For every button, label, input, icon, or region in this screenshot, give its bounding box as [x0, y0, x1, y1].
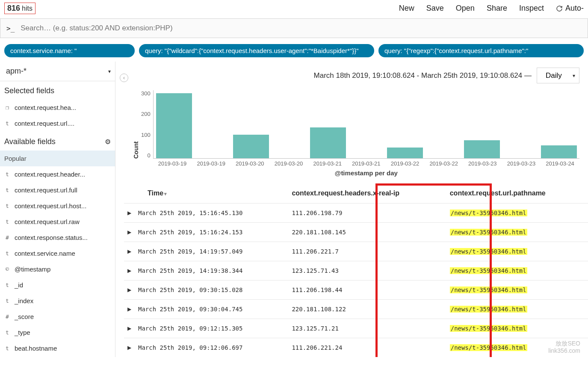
- cell-ip: 220.181.108.122: [288, 300, 446, 319]
- x-tick: 2019-03-19: [153, 160, 192, 167]
- y-tick: 300: [141, 90, 151, 97]
- col-time[interactable]: Time▾: [135, 183, 288, 204]
- available-field-item[interactable]: tcontext.service.name: [0, 245, 115, 261]
- cell-time: March 25th 2019, 09:12:06.697: [135, 338, 288, 357]
- available-field-item[interactable]: #_score: [0, 309, 115, 325]
- cell-time: March 25th 2019, 14:19:38.344: [135, 261, 288, 281]
- new-button[interactable]: New: [399, 4, 414, 13]
- cell-ip: 111.206.221.24: [288, 338, 446, 357]
- table-row: ▶ March 25th 2019, 09:30:04.745 220.181.…: [124, 300, 588, 319]
- field-type-icon: t: [4, 171, 10, 177]
- expand-row-button[interactable]: ▶: [124, 319, 135, 338]
- selected-field-item[interactable]: tcontext.request.url....: [0, 115, 115, 131]
- field-type-icon: ❐: [4, 104, 10, 111]
- index-pattern-select[interactable]: apm-* ▾: [0, 62, 115, 81]
- filter-pill-service[interactable]: context.service.name: ": [4, 44, 135, 57]
- interval-select[interactable]: Daily: [537, 68, 579, 83]
- expand-row-button[interactable]: ▶: [124, 261, 135, 281]
- field-name: context.request.hea...: [15, 104, 76, 111]
- histogram-bar[interactable]: [541, 145, 577, 158]
- expand-row-button[interactable]: ▶: [124, 338, 135, 357]
- cell-time: March 25th 2019, 09:12:15.305: [135, 319, 288, 338]
- field-name: _id: [15, 281, 23, 289]
- field-type-icon: t: [4, 250, 10, 257]
- cell-ip: 111.206.198.44: [288, 281, 446, 300]
- search-bar[interactable]: >_: [0, 18, 588, 38]
- available-field-item[interactable]: tbeat.hostname: [0, 340, 115, 356]
- cell-ip: 111.206.198.79: [288, 204, 446, 223]
- save-button[interactable]: Save: [426, 4, 444, 13]
- available-field-item[interactable]: #context.response.status...: [0, 230, 115, 245]
- gear-icon[interactable]: ⚙: [105, 138, 111, 146]
- available-field-item[interactable]: ©@timestamp: [0, 261, 115, 277]
- field-name: beat.hostname: [15, 345, 57, 352]
- field-type-icon: #: [4, 234, 10, 241]
- histogram-bar[interactable]: [310, 127, 346, 158]
- popular-label: Popular: [0, 151, 115, 166]
- field-name: context.service.name: [15, 250, 75, 257]
- selected-fields-title: Selected fields: [0, 80, 115, 100]
- prompt-icon: >_: [6, 24, 15, 32]
- expand-row-button[interactable]: ▶: [124, 223, 135, 242]
- cell-ip: 123.125.71.43: [288, 261, 446, 281]
- field-name: context.request.header...: [15, 171, 85, 178]
- cell-path: /news/t-35950346.html: [446, 223, 588, 242]
- available-field-item[interactable]: t_id: [0, 277, 115, 293]
- field-name: context.request.url.host...: [15, 202, 86, 210]
- open-button[interactable]: Open: [456, 4, 475, 13]
- auto-refresh-label: Auto-: [565, 4, 584, 13]
- col-path[interactable]: context.request.url.pathname: [446, 183, 588, 204]
- field-type-icon: t: [4, 219, 10, 225]
- inspect-button[interactable]: Inspect: [519, 4, 544, 13]
- table-row: ▶ March 25th 2019, 14:19:38.344 123.125.…: [124, 261, 588, 281]
- histogram-bar[interactable]: [156, 93, 192, 158]
- field-name: context.request.url.raw: [15, 218, 80, 225]
- share-button[interactable]: Share: [487, 4, 507, 13]
- col-ip[interactable]: context.request.headers.x-real-ip: [288, 183, 446, 204]
- table-row: ▶ March 25th 2019, 15:16:45.130 111.206.…: [124, 204, 588, 223]
- available-field-item[interactable]: tcontext.request.url.full: [0, 182, 115, 198]
- cell-ip: 220.181.108.145: [288, 223, 446, 242]
- cell-ip: 123.125.71.21: [288, 319, 446, 338]
- available-field-item[interactable]: t_type: [0, 325, 115, 340]
- expand-row-button[interactable]: ▶: [124, 300, 135, 319]
- histogram-bar[interactable]: [387, 148, 423, 158]
- histogram-bar[interactable]: [464, 140, 500, 158]
- field-name: context.response.status...: [15, 234, 88, 241]
- available-field-item[interactable]: tcontext.request.header...: [0, 166, 115, 182]
- sidebar: apm-* ▾ ‹ Selected fields ❐context.reque…: [0, 62, 115, 357]
- histogram-bar[interactable]: [233, 135, 269, 158]
- top-menu: New Save Open Share Inspect Auto-: [399, 4, 584, 13]
- x-axis-title: @timestamp per day: [153, 167, 579, 181]
- available-field-item[interactable]: tcontext.request.url.host...: [0, 198, 115, 214]
- field-name: _index: [15, 297, 33, 304]
- search-input[interactable]: [21, 24, 582, 32]
- filter-pill-pathname[interactable]: query: "{"regexp":{"context.request.url.…: [378, 44, 584, 57]
- table-row: ▶ March 25th 2019, 15:16:24.153 220.181.…: [124, 223, 588, 242]
- field-type-icon: #: [4, 313, 10, 320]
- auto-refresh-button[interactable]: Auto-: [556, 4, 584, 13]
- available-field-item[interactable]: tcontext.request.url.raw: [0, 214, 115, 230]
- table-row: ▶ March 25th 2019, 09:12:15.305 123.125.…: [124, 319, 588, 338]
- expand-row-button[interactable]: ▶: [124, 281, 135, 300]
- x-tick: 2019-03-19: [192, 160, 230, 167]
- field-name: context.request.url.full: [15, 186, 77, 194]
- caret-down-icon: ▾: [108, 68, 111, 74]
- results-table-wrap: Time▾ context.request.headers.x-real-ip …: [115, 183, 588, 357]
- field-type-icon: t: [4, 345, 10, 351]
- cell-path: /news/t-35950346.html: [446, 319, 588, 338]
- filter-pill-useragent[interactable]: query: "{"wildcard":{"context.request.he…: [139, 44, 374, 57]
- cell-path: /news/t-35950346.html: [446, 242, 588, 261]
- available-field-item[interactable]: t_index: [0, 293, 115, 309]
- x-tick: 2019-03-22: [386, 160, 425, 167]
- x-tick: 2019-03-23: [502, 160, 541, 167]
- field-type-icon: t: [4, 282, 10, 288]
- x-tick: 2019-03-20: [269, 160, 308, 167]
- field-type-icon: ©: [4, 266, 10, 272]
- expand-row-button[interactable]: ▶: [124, 242, 135, 261]
- selected-field-item[interactable]: ❐context.request.hea...: [0, 100, 115, 115]
- x-tick: 2019-03-21: [347, 160, 386, 167]
- x-tick: 2019-03-22: [424, 160, 463, 167]
- cell-path: /news/t-35950346.html: [446, 204, 588, 223]
- expand-row-button[interactable]: ▶: [124, 204, 135, 223]
